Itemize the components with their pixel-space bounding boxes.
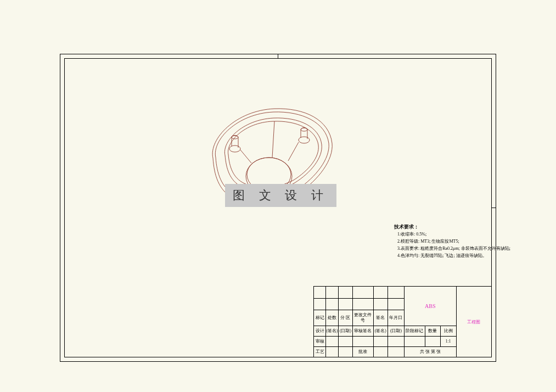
svg-line-7 <box>288 142 299 161</box>
watermark-label: 图 文 设 计 <box>225 184 336 207</box>
tech-item: 3.表面要求: 粗糙度符合Ra0.2μm; 非装饰表面不允许有缺陷; <box>397 245 510 252</box>
cell: (签名) <box>373 326 387 336</box>
scale-value: 1:1 <box>440 336 456 346</box>
svg-point-5 <box>299 137 310 143</box>
cell: (签名) <box>326 326 338 336</box>
hdr-zone: 分 区 <box>338 310 352 326</box>
hdr-count: 处数 <box>326 310 338 326</box>
tech-item: 1.收缩率: 0.5%; <box>397 231 510 238</box>
tech-title: 技术要求： <box>394 223 510 231</box>
row-design: 设计 <box>314 326 326 336</box>
tech-item: 4.色泽均匀: 无裂缝凹陷; 飞边; 油迹痕等缺陷。 <box>397 252 510 259</box>
svg-line-6 <box>240 150 251 163</box>
scale-label: 比例 <box>440 326 456 336</box>
title-block: ABS 工程图 标记 处数 分 区 更改文件号 签名 年月日 设计 (签名) (… <box>313 286 492 357</box>
cell: (日期) <box>387 326 404 336</box>
svg-line-8 <box>272 121 274 158</box>
stage-mark: 阶段标记 <box>404 326 425 336</box>
centering-mark-right <box>492 208 496 208</box>
hdr-date: 年月日 <box>387 310 404 326</box>
sheet-info: 共 张 第 张 <box>404 346 456 357</box>
row-process: 工艺 <box>314 346 326 357</box>
technical-requirements: 技术要求： 1.收缩率: 0.5%; 2.模腔等级: MT3; 生物应按MT5;… <box>394 223 510 259</box>
row-approve: 批准 <box>353 346 374 357</box>
material-cell: ABS <box>404 287 456 326</box>
svg-point-4 <box>301 128 307 131</box>
hdr-mark: 标记 <box>314 310 326 326</box>
centering-mark-top <box>278 54 278 58</box>
qty-label: 数量 <box>425 326 440 336</box>
hdr-sign: 签名 <box>373 310 387 326</box>
cell: (日期) <box>338 326 352 336</box>
tech-item: 2.模腔等级: MT3; 生物应按MT5; <box>397 238 510 245</box>
row-check: 审核 <box>314 336 326 346</box>
svg-point-3 <box>229 145 240 152</box>
hdr-change: 更改文件号 <box>353 310 374 326</box>
cell: 审核签名 <box>353 326 374 336</box>
drawing-type-cell: 工程图 <box>456 287 491 357</box>
